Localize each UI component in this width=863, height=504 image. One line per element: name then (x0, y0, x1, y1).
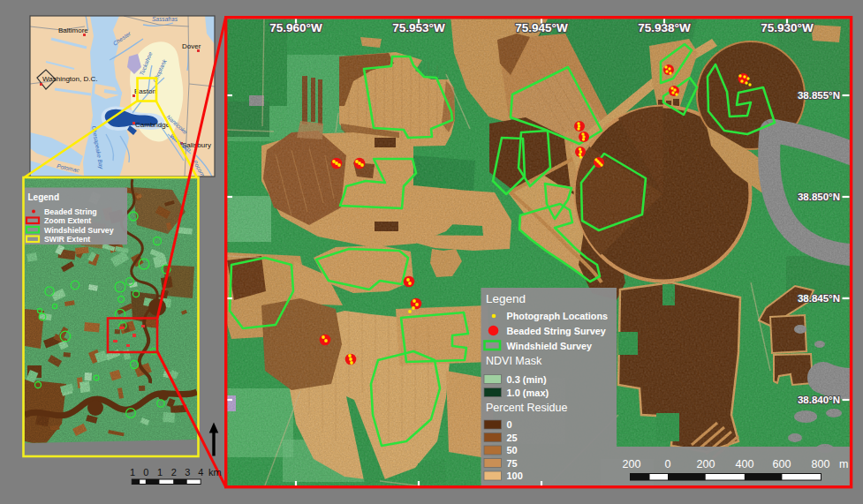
svg-text:200: 200 (623, 458, 641, 470)
svg-text:1: 1 (157, 467, 163, 478)
svg-text:Windshield Survey: Windshield Survey (507, 341, 593, 351)
svg-text:Photograph Locations: Photograph Locations (507, 311, 609, 321)
svg-text:0: 0 (507, 419, 512, 430)
svg-text:25: 25 (507, 433, 518, 443)
svg-text:38.855°N: 38.855°N (798, 90, 840, 101)
svg-text:600: 600 (773, 458, 791, 470)
svg-text:0.3 (min): 0.3 (min) (507, 374, 548, 385)
svg-text:50: 50 (507, 445, 518, 455)
svg-text:1.0 (max): 1.0 (max) (507, 387, 549, 398)
svg-text:100: 100 (507, 470, 523, 481)
svg-text:0: 0 (143, 467, 148, 478)
svg-text:Beaded String Survey: Beaded String Survey (507, 326, 606, 336)
svg-text:3: 3 (185, 467, 190, 478)
svg-text:38.850°N: 38.850°N (798, 192, 840, 202)
svg-text:Legend: Legend (486, 292, 526, 305)
svg-text:km: km (208, 467, 222, 478)
svg-text:2: 2 (171, 467, 177, 478)
svg-text:Sassafras: Sassafras (152, 16, 178, 22)
svg-text:800: 800 (812, 458, 830, 470)
svg-text:SWIR Extent: SWIR Extent (44, 235, 90, 244)
svg-text:Beaded String: Beaded String (44, 207, 97, 216)
svg-text:38.840°N: 38.840°N (798, 395, 840, 405)
svg-text:Legend: Legend (28, 192, 60, 202)
svg-text:200: 200 (697, 458, 715, 470)
svg-text:0: 0 (665, 458, 671, 470)
svg-text:75: 75 (507, 458, 518, 469)
svg-text:NDVI Mask: NDVI Mask (486, 355, 542, 367)
svg-text:Percent Residue: Percent Residue (486, 402, 567, 414)
svg-text:38.845°N: 38.845°N (798, 293, 840, 304)
svg-text:Baltimore: Baltimore (58, 26, 88, 34)
svg-text:Zoom Extent: Zoom Extent (44, 216, 91, 225)
svg-text:Windshield Survey: Windshield Survey (44, 226, 114, 235)
svg-text:4: 4 (198, 467, 203, 478)
svg-text:Dover: Dover (182, 42, 201, 50)
svg-text:Washington, D.C.: Washington, D.C. (42, 75, 97, 83)
svg-text:1: 1 (130, 467, 135, 478)
svg-text:m: m (839, 458, 848, 470)
svg-text:Cambridge: Cambridge (135, 121, 170, 129)
svg-text:400: 400 (736, 458, 754, 470)
